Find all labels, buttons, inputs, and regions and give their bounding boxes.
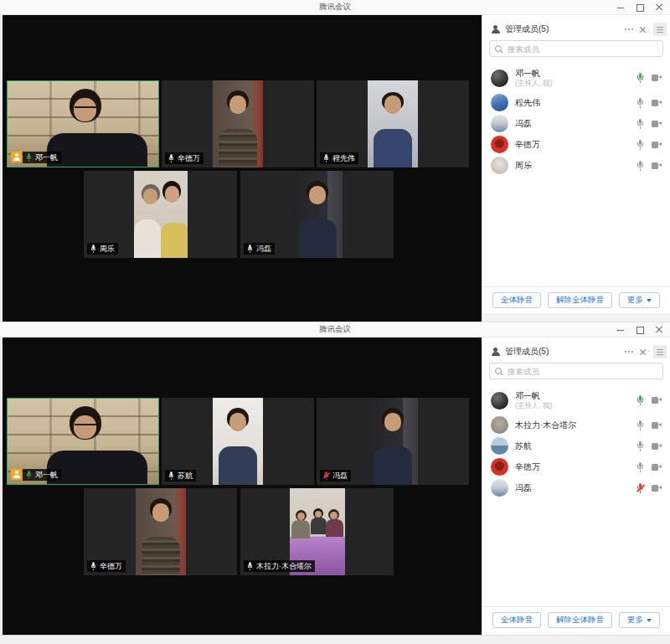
mic-on-icon (90, 562, 96, 570)
mic-on-icon (168, 154, 174, 162)
more-button[interactable]: 更多 (619, 292, 660, 308)
video-tile-deng[interactable]: 邓一帆 (7, 398, 159, 485)
more-button-label: 更多 (627, 295, 643, 306)
search-box[interactable] (489, 363, 663, 379)
maximize-icon[interactable] (636, 3, 644, 12)
member-list: 邓一帆 (主持人, 我) 程先伟 冯磊 (482, 64, 670, 176)
chevron-down-icon (647, 619, 652, 622)
search-input[interactable] (506, 44, 657, 54)
name-tag: 邓一帆 (11, 152, 61, 163)
more-button-label: 更多 (627, 615, 643, 626)
mic-icon[interactable] (636, 420, 644, 430)
close-icon[interactable] (655, 3, 663, 12)
mute-all-button[interactable]: 全体静音 (492, 612, 541, 628)
member-role: (主持人, 我) (515, 401, 636, 410)
member-row[interactable]: 周乐 (482, 155, 670, 176)
close-icon[interactable] (655, 326, 663, 334)
panel-close-icon[interactable] (639, 26, 647, 33)
window-title: 腾讯会议 (319, 2, 351, 13)
video-tile-su[interactable]: 苏航 (162, 398, 314, 485)
video-tile-deng[interactable]: 邓一帆 (7, 80, 159, 167)
avatar (491, 437, 508, 455)
participant-name: 邓一帆 (35, 153, 58, 162)
video-tile-cheng[interactable]: 程先伟 (317, 80, 469, 167)
member-row[interactable]: 程先伟 (482, 92, 670, 113)
mic-icon[interactable] (636, 462, 644, 472)
camera-icon[interactable] (652, 75, 662, 81)
minimize-icon[interactable] (616, 3, 625, 12)
member-row[interactable]: 邓一帆 (主持人, 我) (482, 64, 670, 92)
camera-icon[interactable] (652, 422, 662, 429)
mic-on-icon (26, 153, 32, 162)
avatar (491, 157, 508, 174)
video-tile-zhou[interactable]: 周乐 (84, 171, 237, 258)
member-row[interactable]: 冯磊 (482, 477, 670, 498)
members-panel: 管理成员(5) 邓一帆 (主持人, 我) (482, 337, 670, 635)
avatar (491, 115, 508, 132)
mic-on-icon[interactable] (636, 73, 644, 83)
mic-icon[interactable] (636, 98, 644, 108)
member-name: 程先伟 (515, 98, 636, 108)
menu-icon[interactable] (653, 23, 667, 36)
mic-on-icon[interactable] (636, 395, 644, 405)
mute-all-button[interactable]: 全体静音 (492, 292, 541, 308)
member-name: 周乐 (515, 161, 636, 171)
search-input[interactable] (506, 366, 657, 377)
menu-icon[interactable] (653, 345, 667, 358)
panel-title: 管理成员(5) (505, 346, 625, 358)
camera-icon[interactable] (652, 485, 662, 492)
camera-icon[interactable] (652, 142, 662, 148)
minimize-icon[interactable] (616, 326, 625, 334)
mic-icon[interactable] (636, 441, 644, 451)
participant-name: 邓一帆 (35, 471, 58, 480)
video-tile-mula[interactable]: 木拉力·木合塔尔 (240, 488, 394, 575)
mic-icon[interactable] (636, 161, 644, 171)
unmute-all-button[interactable]: 解除全体静音 (548, 612, 612, 628)
member-row[interactable]: 邓一帆 (主持人, 我) (482, 386, 670, 415)
members-panel: 管理成员(5) 邓一帆 (主持人, 我) (482, 15, 670, 322)
maximize-icon[interactable] (636, 326, 644, 334)
member-row[interactable]: 辛德万 (482, 134, 670, 155)
participant-name: 冯磊 (256, 245, 271, 254)
avatar (491, 458, 508, 476)
avatar (491, 392, 508, 410)
participant-name: 苏航 (178, 471, 193, 481)
member-row[interactable]: 苏航 (482, 435, 670, 456)
video-tile-xin[interactable]: 辛德万 (84, 488, 237, 575)
mic-muted-icon[interactable] (636, 483, 644, 493)
member-row[interactable]: 辛德万 (482, 456, 670, 477)
member-row[interactable]: 木拉力·木合塔尔 (482, 415, 670, 435)
member-list: 邓一帆 (主持人, 我) 木拉力·木合塔尔 苏航 (482, 386, 670, 498)
mic-icon[interactable] (636, 119, 644, 129)
window-controls (616, 322, 663, 337)
participant-name: 辛德万 (178, 154, 200, 163)
more-button[interactable]: 更多 (619, 612, 660, 628)
video-tile-feng[interactable]: 冯磊 (240, 171, 394, 258)
panel-header: 管理成员(5) (490, 22, 667, 37)
mic-on-icon (26, 471, 32, 479)
participant-name: 木拉力·木合塔尔 (256, 562, 312, 571)
unmute-all-button[interactable]: 解除全体静音 (548, 292, 612, 308)
member-name: 苏航 (515, 441, 636, 451)
more-options-icon[interactable] (625, 351, 633, 353)
mic-on-icon (247, 562, 253, 570)
window-controls (616, 0, 663, 14)
camera-icon[interactable] (652, 464, 662, 471)
member-name: 辛德万 (515, 140, 636, 150)
video-tile-feng[interactable]: 冯磊 (317, 398, 469, 485)
more-options-icon[interactable] (625, 28, 633, 30)
host-icon (11, 152, 22, 162)
camera-icon[interactable] (652, 121, 662, 127)
camera-icon[interactable] (652, 397, 662, 404)
member-row[interactable]: 冯磊 (482, 113, 670, 134)
panel-close-icon[interactable] (639, 348, 647, 356)
window-title: 腾讯会议 (319, 324, 351, 335)
member-name: 邓一帆 (515, 69, 636, 79)
search-box[interactable] (489, 40, 663, 57)
camera-icon[interactable] (652, 162, 662, 169)
camera-icon[interactable] (652, 100, 662, 106)
mic-icon[interactable] (636, 140, 644, 150)
titlebar: 腾讯会议 (0, 322, 670, 337)
camera-icon[interactable] (652, 443, 662, 450)
video-tile-xin[interactable]: 辛德万 (162, 80, 314, 167)
